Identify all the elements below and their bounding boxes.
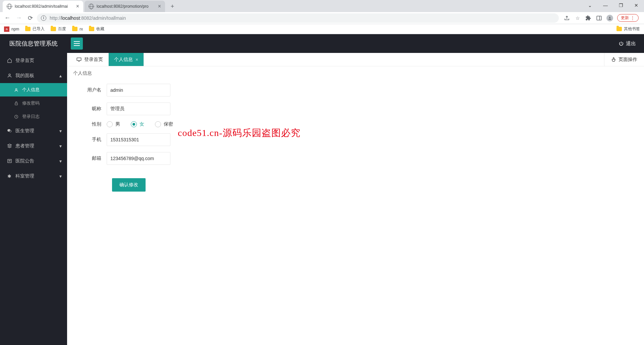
- svg-rect-15: [77, 58, 81, 61]
- bookmark-rx[interactable]: rx: [72, 27, 83, 31]
- nav-patient-mgmt[interactable]: 患者管理 ▾: [0, 138, 67, 153]
- npm-icon: n: [4, 26, 9, 32]
- star-icon[interactable]: ☆: [574, 15, 581, 21]
- browser-tab-label: localhost:8082/admin/toallmai: [15, 4, 73, 9]
- wechat-icon: [7, 128, 12, 133]
- tab-profile[interactable]: 个人信息 ×: [109, 53, 144, 66]
- update-button[interactable]: 更新 ⋮: [617, 14, 639, 22]
- address-bar-actions: ☆ 更新 ⋮: [561, 14, 641, 22]
- radio-icon: [107, 121, 113, 127]
- brand-title: 医院信息管理系统: [0, 40, 67, 48]
- window-controls: ⌄ — ❐ ✕: [582, 0, 644, 11]
- folder-icon: [616, 27, 622, 31]
- folder-icon: [72, 27, 77, 31]
- nav-login-home[interactable]: 登录首页: [0, 53, 67, 68]
- nav-login-log[interactable]: 登录日志: [0, 110, 67, 123]
- chevron-down-icon: ▾: [59, 143, 62, 149]
- window-maximize-icon[interactable]: ❐: [613, 0, 629, 11]
- nav-change-pwd[interactable]: 修改密码: [0, 96, 67, 110]
- monitor-icon: [76, 57, 82, 62]
- kebab-icon: ⋮: [630, 15, 635, 21]
- nav-reload-icon[interactable]: ⟳: [25, 13, 35, 23]
- content-tabs: 登录首页 个人信息 × 页面操作: [67, 53, 644, 66]
- folder-icon: [51, 27, 56, 31]
- site-info-icon[interactable]: i: [41, 15, 46, 21]
- folder-icon: [25, 27, 31, 31]
- radio-male[interactable]: 男: [107, 121, 120, 127]
- label-gender: 性别: [73, 121, 107, 127]
- nav-forward-icon[interactable]: →: [14, 13, 23, 23]
- bookmark-bar: nnpm 已导入 百度 rx 收藏 其他书签: [0, 24, 644, 34]
- hamburger-icon: [74, 41, 80, 46]
- svg-point-7: [15, 88, 17, 90]
- nav-profile[interactable]: 个人信息: [0, 83, 67, 96]
- user-icon: [13, 88, 19, 92]
- bookmark-other[interactable]: 其他书签: [616, 26, 640, 32]
- sidebar: 登录首页 我的面板 ▴ 个人信息 修改密码 登录日志 医生管理: [0, 53, 67, 345]
- chevron-down-icon: ▾: [59, 174, 62, 179]
- bookmark-npm[interactable]: nnpm: [4, 26, 19, 32]
- bookmark-fav[interactable]: 收藏: [89, 26, 104, 32]
- phone-input[interactable]: [107, 133, 170, 146]
- nav-my-panel[interactable]: 我的面板 ▴: [0, 68, 67, 83]
- clock-icon: [13, 115, 19, 119]
- bookmark-baidu[interactable]: 百度: [51, 26, 66, 32]
- folder-icon: [89, 27, 94, 31]
- label-phone: 手机: [73, 137, 107, 143]
- new-tab-button[interactable]: +: [168, 2, 177, 11]
- home-icon: [7, 58, 12, 63]
- tab-close-icon[interactable]: ×: [158, 3, 161, 9]
- svg-point-6: [9, 74, 10, 76]
- svg-point-11: [9, 130, 11, 132]
- label-nickname: 昵称: [73, 106, 107, 112]
- globe-icon: [89, 4, 94, 9]
- tab-close-icon[interactable]: ×: [76, 3, 79, 9]
- sidebar-toggle-button[interactable]: [71, 38, 83, 50]
- url-field[interactable]: i http://localhost:8082/admin/toallmain: [37, 13, 559, 23]
- radio-female[interactable]: 女: [131, 121, 144, 127]
- nickname-input[interactable]: [107, 102, 170, 115]
- chevron-up-icon: ▴: [59, 73, 62, 78]
- browser-tab-bar: localhost:8082/admin/toallmai × localhos…: [0, 0, 644, 12]
- email-input[interactable]: [107, 152, 170, 165]
- bookmark-imported[interactable]: 已导入: [25, 26, 45, 32]
- radio-secret[interactable]: 保密: [155, 121, 173, 127]
- label-username: 用户名: [73, 87, 107, 93]
- tab-close-icon[interactable]: ×: [136, 57, 138, 62]
- nav-dept-mgmt[interactable]: ✱ 科室管理 ▾: [0, 168, 67, 184]
- label-email: 邮箱: [73, 155, 107, 161]
- share-icon[interactable]: [564, 15, 570, 21]
- globe-icon: [7, 4, 12, 9]
- window-dropdown-icon[interactable]: ⌄: [582, 0, 598, 11]
- panel-icon[interactable]: [596, 15, 602, 21]
- hand-pointer-icon: [611, 57, 616, 62]
- chevron-down-icon: ▾: [59, 128, 62, 134]
- gender-radio-group: 男 女 保密: [107, 121, 173, 127]
- svg-point-2: [609, 17, 610, 18]
- browser-tab-inactive[interactable]: localhost:8082/promotion/pro ×: [85, 1, 165, 12]
- newspaper-icon: [7, 158, 12, 163]
- user-icon: [7, 73, 12, 78]
- page-operations-button[interactable]: 页面操作: [604, 53, 644, 66]
- puzzle-icon[interactable]: [585, 15, 592, 21]
- browser-tab-label: localhost:8082/promotion/pro: [97, 4, 155, 9]
- power-icon: [619, 41, 624, 46]
- layers-icon: [7, 143, 12, 148]
- profile-form: 用户名 昵称 性别 男 女: [67, 80, 644, 195]
- browser-tab-active[interactable]: localhost:8082/admin/toallmai ×: [3, 1, 83, 12]
- tab-login-home[interactable]: 登录首页: [71, 53, 109, 66]
- nav-doctor-mgmt[interactable]: 医生管理 ▾: [0, 123, 67, 138]
- address-bar: ← → ⟳ i http://localhost:8082/admin/toal…: [0, 12, 644, 24]
- nav-notice[interactable]: 医院公告 ▾: [0, 153, 67, 168]
- breadcrumb: 个人信息: [67, 66, 644, 80]
- app-root: 医院信息管理系统 退出 登录首页 我的面板 ▴ 个人信息: [0, 34, 644, 345]
- radio-icon: [155, 121, 161, 127]
- logout-button[interactable]: 退出: [610, 41, 644, 47]
- nav-back-icon[interactable]: ←: [3, 13, 12, 23]
- window-minimize-icon[interactable]: —: [598, 0, 613, 11]
- radio-icon: [131, 121, 137, 127]
- window-close-icon[interactable]: ✕: [629, 0, 644, 11]
- username-input[interactable]: [107, 84, 170, 96]
- submit-button[interactable]: 确认修改: [112, 178, 146, 192]
- profile-avatar[interactable]: [606, 15, 613, 21]
